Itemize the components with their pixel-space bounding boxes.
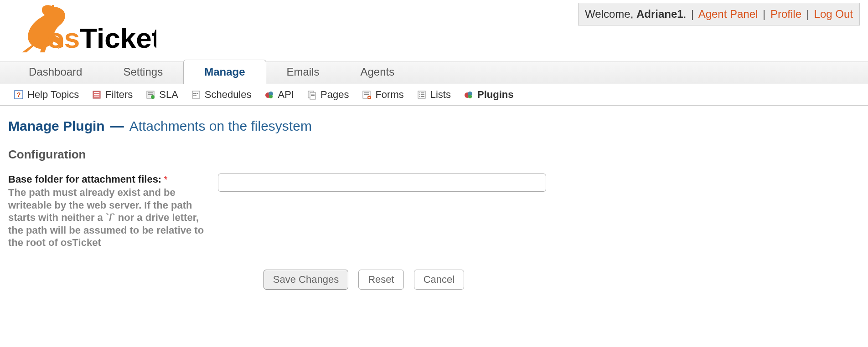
help-icon: ? [14, 90, 24, 100]
svg-rect-33 [419, 96, 420, 97]
subnav-label: Forms [375, 89, 403, 101]
subnav-help-topics[interactable]: ? Help Topics [14, 89, 79, 101]
separator: | [761, 8, 767, 20]
tab-emails[interactable]: Emails [266, 60, 340, 84]
svg-rect-14 [197, 93, 198, 94]
subnav-plugins[interactable]: Plugins [464, 89, 513, 101]
base-folder-label: Base folder for attachment files: [8, 174, 161, 185]
svg-point-19 [269, 95, 273, 98]
svg-rect-8 [148, 92, 153, 93]
svg-rect-34 [421, 96, 424, 97]
page-title: Manage Plugin — Attachments on the files… [8, 118, 860, 134]
required-marker: * [164, 174, 168, 184]
save-button[interactable]: Save Changes [264, 270, 348, 290]
sub-nav: ? Help Topics Filters SLA Schedules API … [0, 84, 868, 106]
subnav-label: Pages [320, 89, 349, 101]
subnav-label: Plugins [477, 89, 513, 101]
filter-icon [92, 90, 102, 100]
main-nav: Dashboard Settings Manage Emails Agents [0, 61, 868, 84]
svg-rect-32 [421, 94, 424, 95]
username: Adriane1 [636, 8, 683, 20]
tab-manage[interactable]: Manage [183, 60, 266, 84]
svg-point-10 [151, 95, 155, 99]
svg-rect-5 [94, 94, 99, 95]
section-title: Configuration [8, 148, 860, 162]
sla-icon [145, 90, 155, 100]
tab-settings[interactable]: Settings [103, 60, 183, 84]
subnav-label: Filters [105, 89, 133, 101]
svg-text:?: ? [17, 91, 21, 98]
forms-icon [362, 90, 372, 100]
subnav-sla[interactable]: SLA [145, 89, 178, 101]
lists-icon [417, 90, 427, 100]
svg-text:osTicket: osTicket [47, 22, 156, 54]
svg-point-37 [468, 95, 472, 98]
schedule-icon [191, 90, 201, 100]
base-folder-hint: The path must already exist and be write… [8, 186, 204, 249]
svg-rect-4 [94, 92, 99, 93]
svg-rect-12 [193, 93, 195, 94]
svg-rect-16 [195, 95, 196, 96]
cancel-button[interactable]: Cancel [414, 270, 464, 290]
svg-rect-25 [364, 92, 369, 93]
subnav-pages[interactable]: Pages [307, 89, 349, 101]
subnav-label: Help Topics [27, 89, 79, 101]
logout-link[interactable]: Log Out [814, 8, 853, 20]
svg-rect-15 [193, 95, 195, 96]
subnav-forms[interactable]: Forms [362, 89, 403, 101]
page-title-separator: — [110, 118, 124, 134]
svg-rect-31 [419, 94, 420, 95]
subnav-lists[interactable]: Lists [417, 89, 451, 101]
svg-rect-26 [364, 94, 369, 95]
subnav-filters[interactable]: Filters [92, 89, 133, 101]
tab-agents[interactable]: Agents [340, 60, 415, 84]
subnav-api[interactable]: API [264, 89, 294, 101]
svg-rect-6 [94, 96, 99, 97]
reset-button[interactable]: Reset [358, 270, 403, 290]
svg-rect-23 [311, 95, 315, 96]
page-title-main: Manage Plugin [8, 118, 105, 134]
separator: | [805, 8, 811, 20]
subnav-label: Lists [430, 89, 451, 101]
api-icon [264, 90, 274, 100]
subnav-schedules[interactable]: Schedules [191, 89, 252, 101]
svg-rect-13 [195, 93, 196, 94]
tab-dashboard[interactable]: Dashboard [8, 60, 103, 84]
svg-rect-22 [311, 94, 315, 95]
pages-icon [307, 90, 317, 100]
plugins-icon [464, 90, 474, 100]
profile-link[interactable]: Profile [770, 8, 801, 20]
subnav-label: Schedules [205, 89, 252, 101]
page-title-sub: Attachments on the filesystem [129, 118, 312, 134]
subnav-label: SLA [159, 89, 178, 101]
svg-rect-29 [419, 92, 420, 93]
user-box: Welcome, Adriane1. | Agent Panel | Profi… [578, 3, 860, 26]
svg-rect-9 [148, 94, 153, 95]
agent-panel-link[interactable]: Agent Panel [698, 8, 758, 20]
separator: | [689, 8, 696, 20]
base-folder-input[interactable] [218, 174, 546, 192]
subnav-label: API [278, 89, 294, 101]
svg-rect-30 [421, 92, 424, 93]
osticket-logo: osTicket [8, 0, 156, 57]
welcome-text: Welcome, Adriane1. [585, 8, 686, 20]
